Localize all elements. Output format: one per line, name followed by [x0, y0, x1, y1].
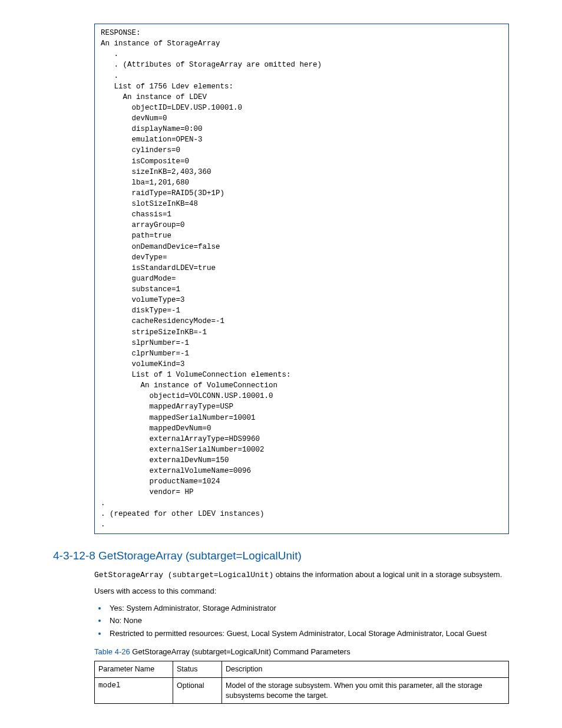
- param-desc-cell: Model of the storage subsystem. When you…: [222, 677, 509, 704]
- table-row: model Optional Model of the storage subs…: [95, 677, 509, 704]
- list-item: Yes: System Administrator, Storage Admin…: [107, 602, 509, 614]
- list-item: No: None: [107, 615, 509, 626]
- param-status-cell: Optional: [173, 677, 222, 704]
- access-bullet-list: Yes: System Administrator, Storage Admin…: [94, 602, 509, 639]
- parameters-table: Parameter Name Status Description model …: [94, 661, 509, 704]
- col-header-status: Status: [173, 661, 222, 677]
- intro-rest: obtains the information about a logical …: [273, 570, 502, 579]
- section-heading: 4-3-12-8 GetStorageArray (subtarget=Logi…: [53, 548, 509, 564]
- intro-mono: GetStorageArray (subtarget=LogicalUnit): [94, 571, 273, 579]
- response-code-block: RESPONSE: An instance of StorageArray . …: [94, 24, 509, 534]
- param-name-cell: model: [95, 677, 173, 704]
- intro-paragraph: GetStorageArray (subtarget=LogicalUnit) …: [94, 569, 509, 581]
- col-header-param: Parameter Name: [95, 661, 173, 677]
- code-text: RESPONSE: An instance of StorageArray . …: [101, 29, 322, 529]
- col-header-desc: Description: [222, 661, 509, 677]
- table-header-row: Parameter Name Status Description: [95, 661, 509, 677]
- table-caption-lead: Table 4-26: [94, 647, 130, 656]
- table-caption: Table 4-26 GetStorageArray (subtarget=Lo…: [94, 647, 509, 657]
- list-item: Restricted to permitted resources: Guest…: [107, 628, 509, 639]
- access-label: Users with access to this command:: [94, 586, 509, 597]
- table-caption-rest: GetStorageArray (subtarget=LogicalUnit) …: [130, 647, 351, 656]
